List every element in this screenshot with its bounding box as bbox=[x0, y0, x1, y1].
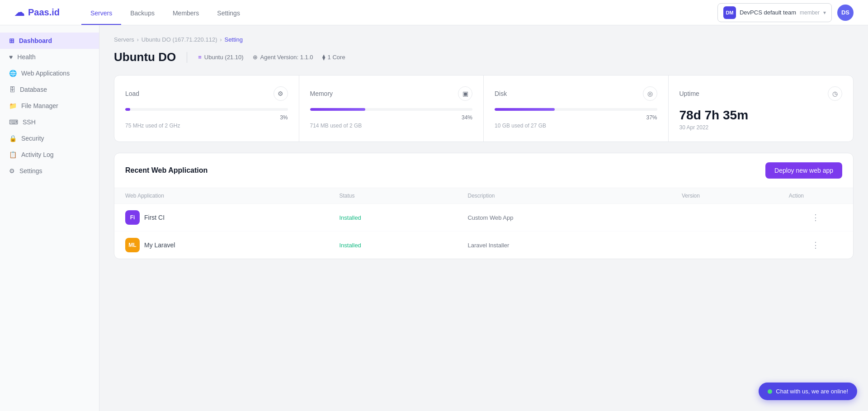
os-info: ≡ Ubuntu (21.10) bbox=[198, 54, 243, 61]
sidebar-item-health[interactable]: ♥ Health bbox=[0, 49, 99, 65]
health-icon: ♥ bbox=[9, 53, 13, 61]
sidebar-label-file-manager: File Manager bbox=[21, 102, 58, 109]
uptime-icon: ◷ bbox=[828, 86, 842, 101]
breadcrumb-sep-2: › bbox=[220, 37, 222, 43]
memory-progress-bar bbox=[310, 108, 365, 111]
team-selector[interactable]: DM DevPCS default team member ▾ bbox=[717, 3, 832, 22]
cpu-icon: ⚙ bbox=[274, 86, 288, 101]
stat-memory: Memory ▣ 34% 714 MB used of 2 GB bbox=[299, 76, 484, 142]
sidebar-label-settings: Settings bbox=[19, 167, 42, 175]
col-action: Action bbox=[789, 193, 842, 199]
layout: ⊞ Dashboard ♥ Health 🌐 Web Applications … bbox=[0, 25, 868, 411]
tab-servers[interactable]: Servers bbox=[81, 1, 121, 25]
sidebar-item-web-applications[interactable]: 🌐 Web Applications bbox=[0, 65, 99, 81]
server-header: Ubuntu DO ≡ Ubuntu (21.10) ⊕ Agent Versi… bbox=[114, 50, 854, 64]
sidebar-item-security[interactable]: 🔒 Security bbox=[0, 130, 99, 146]
stats-grid: Load ⚙ 3% 75 MHz used of 2 GHz Memory ▣ bbox=[114, 75, 854, 142]
uptime-title: Uptime bbox=[679, 90, 699, 97]
section-title: Recent Web Application bbox=[125, 166, 208, 175]
logo[interactable]: ☁ Paas.id bbox=[14, 7, 60, 19]
col-status: Status bbox=[339, 193, 467, 199]
nav-right: DM DevPCS default team member ▾ DS bbox=[717, 3, 854, 22]
memory-progress-container bbox=[310, 108, 473, 111]
col-app: Web Application bbox=[125, 193, 339, 199]
action-button-my-laravel[interactable]: ⋮ bbox=[789, 238, 842, 252]
agent-icon: ⊕ bbox=[253, 54, 258, 61]
chat-widget[interactable]: Chat with us, we are online! bbox=[759, 383, 857, 400]
disk-detail: 10 GB used of 27 GB bbox=[495, 123, 657, 129]
description-my-laravel: Laravel Installer bbox=[467, 242, 681, 249]
sidebar-item-dashboard[interactable]: ⊞ Dashboard bbox=[0, 33, 99, 49]
security-icon: 🔒 bbox=[9, 135, 17, 142]
disk-title: Disk bbox=[495, 90, 507, 97]
chat-label: Chat with us, we are online! bbox=[776, 388, 848, 395]
user-avatar[interactable]: DS bbox=[837, 5, 854, 21]
tab-members[interactable]: Members bbox=[164, 1, 208, 25]
disk-icon: ◎ bbox=[643, 86, 657, 101]
breadcrumb-sep-1: › bbox=[137, 37, 139, 43]
brand-name: Paas.id bbox=[28, 7, 60, 18]
ssh-icon: ⌨ bbox=[9, 118, 18, 126]
logo-icon: ☁ bbox=[14, 7, 24, 19]
table-header: Web Application Status Description Versi… bbox=[114, 188, 853, 204]
app-name-cell-my-laravel: ML My Laravel bbox=[125, 238, 339, 252]
uptime-date: 30 Apr 2022 bbox=[679, 124, 843, 131]
load-progress-container bbox=[125, 108, 288, 111]
disk-progress-container bbox=[495, 108, 657, 111]
memory-detail: 714 MB used of 2 GB bbox=[310, 123, 473, 129]
database-icon: 🗄 bbox=[9, 86, 15, 93]
status-badge-my-laravel: Installed bbox=[339, 242, 467, 249]
online-indicator bbox=[768, 389, 772, 394]
col-version: Version bbox=[682, 193, 789, 199]
sidebar-item-file-manager[interactable]: 📁 File Manager bbox=[0, 98, 99, 114]
sidebar-item-ssh[interactable]: ⌨ SSH bbox=[0, 114, 99, 130]
agent-label: Agent Version: 1.1.0 bbox=[260, 54, 313, 61]
action-button-first-ci[interactable]: ⋮ bbox=[789, 211, 842, 224]
load-detail: 75 MHz used of 2 GHz bbox=[125, 123, 288, 129]
breadcrumb: Servers › Ubuntu DO (167.71.220.112) › S… bbox=[114, 36, 854, 43]
stat-disk: Disk ◎ 37% 10 GB used of 27 GB bbox=[484, 76, 669, 142]
team-avatar: DM bbox=[723, 6, 736, 19]
load-title: Load bbox=[125, 90, 139, 97]
sidebar-label-web-applications: Web Applications bbox=[21, 70, 70, 77]
settings-icon: ⚙ bbox=[9, 167, 15, 175]
sidebar-label-activity-log: Activity Log bbox=[21, 151, 54, 158]
cores-label: 1 Core bbox=[328, 54, 345, 61]
tab-settings[interactable]: Settings bbox=[208, 1, 249, 25]
breadcrumb-server[interactable]: Ubuntu DO (167.71.220.112) bbox=[142, 36, 217, 43]
main-content: Servers › Ubuntu DO (167.71.220.112) › S… bbox=[99, 25, 868, 411]
tab-backups[interactable]: Backups bbox=[121, 1, 164, 25]
memory-icon: ▣ bbox=[458, 86, 472, 101]
os-icon: ≡ bbox=[198, 54, 202, 61]
app-name-first-ci: First CI bbox=[144, 214, 165, 221]
col-description: Description bbox=[467, 193, 681, 199]
web-icon: 🌐 bbox=[9, 70, 17, 77]
uptime-value: 78d 7h 35m bbox=[679, 108, 843, 123]
status-badge-first-ci: Installed bbox=[339, 214, 467, 221]
sidebar-label-dashboard: Dashboard bbox=[19, 37, 52, 44]
memory-title: Memory bbox=[310, 90, 333, 97]
dashboard-icon: ⊞ bbox=[9, 37, 14, 44]
disk-percent: 37% bbox=[646, 114, 657, 121]
sidebar-label-health: Health bbox=[17, 53, 35, 61]
cores-icon: ⧫ bbox=[322, 54, 325, 61]
chevron-down-icon: ▾ bbox=[823, 9, 826, 16]
sidebar-item-activity-log[interactable]: 📋 Activity Log bbox=[0, 146, 99, 163]
cores-info: ⧫ 1 Core bbox=[322, 54, 345, 61]
top-nav: ☁ Paas.id Servers Backups Members Settin… bbox=[0, 0, 868, 25]
activity-icon: 📋 bbox=[9, 151, 17, 158]
sidebar-item-settings[interactable]: ⚙ Settings bbox=[0, 163, 99, 179]
app-avatar-first-ci: Fi bbox=[125, 210, 140, 225]
header-divider bbox=[187, 52, 187, 63]
table-row: Fi First CI Installed Custom Web App ⋮ bbox=[114, 204, 853, 231]
breadcrumb-current: Setting bbox=[224, 36, 242, 43]
sidebar-label-security: Security bbox=[21, 135, 44, 142]
deploy-new-web-app-button[interactable]: Deploy new web app bbox=[765, 162, 842, 179]
load-percent: 3% bbox=[280, 114, 288, 121]
team-role: member bbox=[800, 9, 820, 16]
sidebar-item-database[interactable]: 🗄 Database bbox=[0, 81, 99, 98]
breadcrumb-servers[interactable]: Servers bbox=[114, 36, 134, 43]
os-label: Ubuntu (21.10) bbox=[204, 54, 244, 61]
agent-info: ⊕ Agent Version: 1.1.0 bbox=[253, 54, 313, 61]
app-name-cell-first-ci: Fi First CI bbox=[125, 210, 339, 225]
